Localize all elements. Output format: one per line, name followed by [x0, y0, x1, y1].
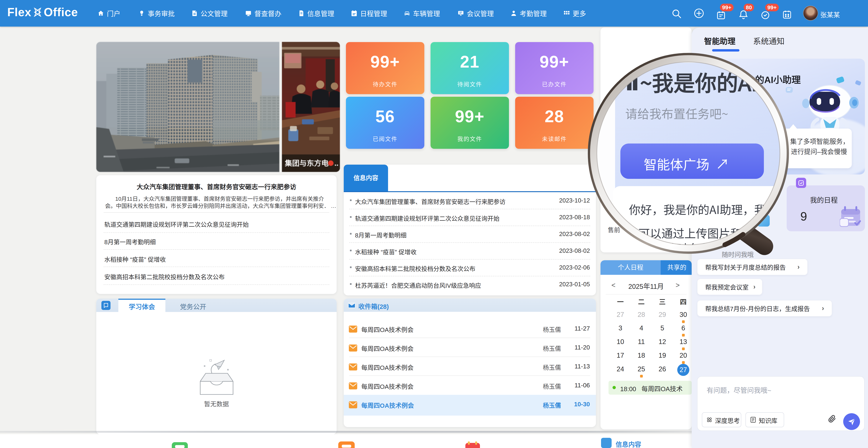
svg-text:..: .. — [335, 159, 338, 167]
svg-text:↗: ↗ — [716, 157, 729, 172]
svg-text:智能体广场: 智能体广场 — [644, 154, 709, 173]
svg-text:你好，我是你的AI助理，我: 你好，我是你的AI助理，我 — [629, 201, 766, 217]
svg-text:集团与东方电: 集团与东方电 — [285, 157, 329, 168]
svg-text:请给我布置任务吧~: 请给我布置任务吧~ — [625, 104, 728, 122]
